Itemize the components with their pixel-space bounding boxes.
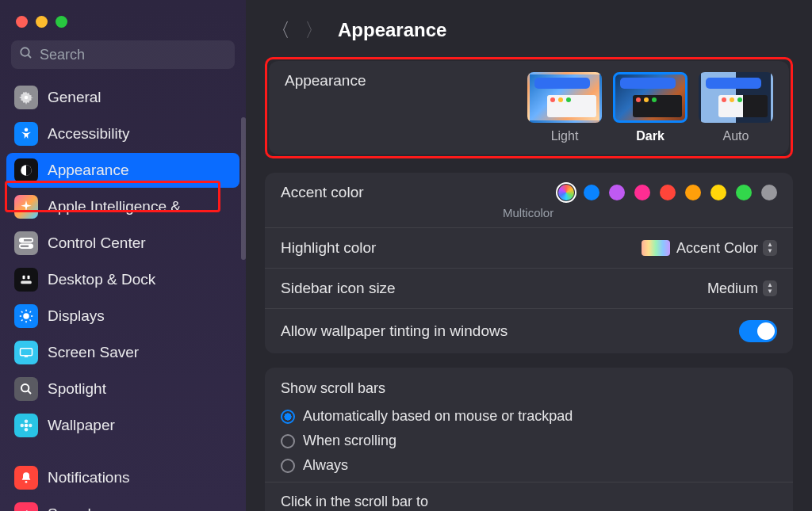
accent-orange[interactable] [685,185,701,200]
scroll-option-always[interactable]: Always [281,457,777,474]
sidebar-item-apple-intelligence[interactable]: Apple Intelligence &… [6,189,239,224]
light-thumb [527,72,602,123]
sidebar-item-notifications[interactable]: Notifications [6,460,239,495]
sidebar-icon-size-select[interactable]: Medium ▲▼ [707,280,777,297]
main-panel: 〈 〉 Appearance Appearance Light [246,0,812,511]
chevron-updown-icon: ▲▼ [763,240,777,256]
sidebar-item-control-center[interactable]: Control Center [6,226,239,261]
search-icon [19,46,33,64]
search-icon-sb [14,377,38,401]
accent-pink[interactable] [634,185,650,200]
scroll-option-when-scrolling[interactable]: When scrolling [281,433,777,449]
svg-point-3 [25,128,29,132]
appearance-option-dark[interactable]: Dark [613,72,688,143]
sidebar-item-wallpaper[interactable]: Wallpaper [6,408,239,443]
zoom-icon[interactable] [56,16,67,28]
page-title: Appearance [338,19,446,41]
accent-graphite[interactable] [761,185,777,200]
highlight-color-select[interactable]: Accent Color▲▼ [642,240,777,257]
radio-label: Automatically based on mouse or trackpad [303,408,573,425]
sidebar-item-spotlight[interactable]: Spotlight [6,372,239,406]
wallpaper-tinting-toggle[interactable] [739,320,777,342]
accent-multicolor[interactable] [558,185,574,200]
person-icon [14,122,38,146]
radio-icon [281,410,295,424]
sidebar-item-desktop-dock[interactable]: Desktop & Dock [6,262,239,297]
sidebar-item-accessibility[interactable]: Accessibility [6,116,239,151]
sidebar-nav: General Accessibility Appearance Apple I… [0,80,246,511]
accent-red[interactable] [660,185,676,200]
appearance-option-label: Light [551,129,579,143]
wallpaper-tinting-label: Allow wallpaper tinting in windows [281,322,508,340]
radio-icon [281,459,295,473]
highlight-color-value: Accent Color [676,240,758,257]
sidebar-item-general[interactable]: General [6,80,239,115]
speaker-icon [14,502,38,511]
svg-line-17 [21,311,23,313]
accent-green[interactable] [736,185,752,200]
sidebar-item-label: Desktop & Dock [48,271,155,288]
forward-button[interactable]: 〉 [304,17,324,43]
gradient-swatch-icon [642,240,670,256]
minimize-icon[interactable] [36,16,48,28]
bell-icon [14,466,38,490]
window-controls [0,10,246,40]
sidebar-icon-size-value: Medium [707,280,758,297]
accent-purple[interactable] [609,185,625,200]
svg-rect-9 [21,281,32,284]
dock-icon [14,268,38,292]
radio-icon [281,434,295,448]
sidebar-item-displays[interactable]: Displays [6,299,239,334]
svg-rect-22 [25,357,29,358]
svg-line-18 [30,320,32,322]
back-button[interactable]: 〈 [271,17,290,43]
sidebar-item-screen-saver[interactable]: Screen Saver [6,335,239,370]
sidebar-item-sound[interactable]: Sound [6,497,239,511]
svg-rect-10 [23,276,25,280]
svg-point-28 [21,424,25,428]
svg-point-8 [29,245,32,247]
search-input[interactable]: Search [11,40,235,69]
annotation-appearance-highlight: Appearance Light [265,57,793,158]
sidebar-icon-size-label: Sidebar icon size [281,280,396,297]
svg-point-25 [25,424,29,428]
sidebar-item-label: Spotlight [48,380,106,398]
svg-point-29 [29,424,33,428]
accent-color-label: Accent color [281,184,364,201]
sidebar-item-label: Control Center [48,235,146,252]
svg-line-20 [30,311,32,313]
sidebar-item-label: Sound [48,505,91,511]
scroll-option-auto[interactable]: Automatically based on mouse or trackpad [281,408,777,425]
dark-thumb [613,72,688,123]
gear-icon [14,86,38,109]
svg-point-12 [23,313,29,319]
svg-point-6 [21,239,23,242]
accent-yellow[interactable] [710,185,726,200]
chevron-updown-icon: ▲▼ [763,280,777,296]
auto-thumb [699,72,773,123]
flower-icon [14,414,38,437]
appearance-option-light[interactable]: Light [527,72,602,143]
sidebar-item-label: Wallpaper [48,417,115,434]
screensaver-icon [14,341,38,364]
radio-label: When scrolling [303,433,396,449]
switches-icon [14,231,38,255]
sidebar-item-label: Apple Intelligence &… [48,198,196,215]
highlight-color-label: Highlight color [281,239,376,257]
sidebar-item-label: Screen Saver [48,344,139,361]
titlebar: 〈 〉 Appearance [246,0,812,57]
sidebar-item-appearance[interactable]: Appearance [6,153,239,188]
appearance-option-auto[interactable]: Auto [699,72,773,143]
appearance-option-label: Auto [723,129,749,143]
sidebar-item-label: Appearance [48,162,128,179]
accent-blue[interactable] [584,185,599,200]
accent-color-options [558,185,777,200]
scrollbar[interactable] [241,117,246,260]
sidebar: Search General Accessibility Appearance … [0,0,246,511]
sidebar-item-label: Accessibility [48,125,129,143]
svg-point-30 [25,481,28,483]
close-icon[interactable] [16,16,28,28]
contrast-icon [14,158,38,182]
radio-label: Always [303,457,348,474]
click-scroll-bar-title: Click in the scroll bar to [281,494,777,510]
